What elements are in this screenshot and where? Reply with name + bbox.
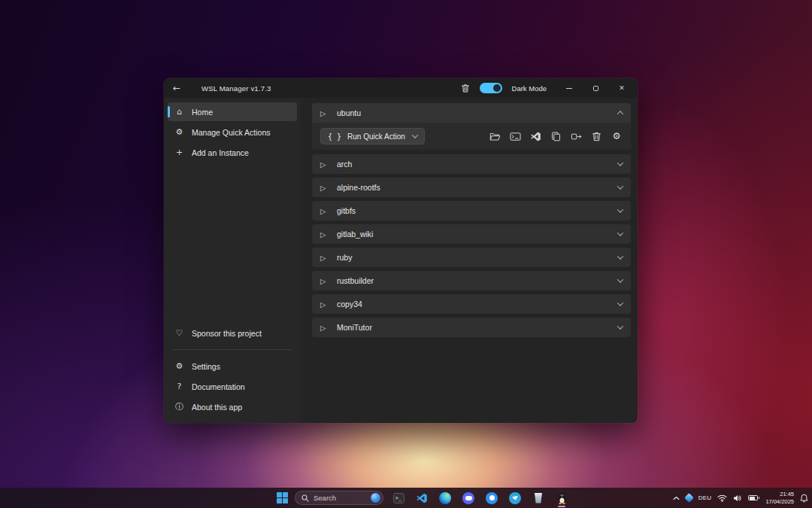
sidebar-item-sponsor[interactable]: ♡ Sponsor this project	[168, 324, 297, 342]
sidebar-item-add-instance[interactable]: + Add an Instance	[168, 143, 297, 162]
sidebar-item-documentation[interactable]: ? Documentation	[168, 377, 297, 396]
instance-row-copy34[interactable]: ▷ copy34	[312, 294, 631, 314]
chevron-up-icon[interactable]	[617, 111, 623, 117]
taskbar: >_ DEU	[0, 488, 812, 508]
tray-chevron-up-icon[interactable]	[673, 496, 680, 500]
play-icon[interactable]: ▷	[320, 300, 330, 309]
instance-name: arch	[337, 160, 618, 169]
sidebar-item-about[interactable]: ⓘ About this app	[168, 397, 297, 416]
minimize-button[interactable]	[561, 81, 577, 95]
instance-name: copy34	[337, 300, 618, 309]
instance-row-ruby[interactable]: ▷ ruby	[312, 248, 631, 267]
info-icon: ⓘ	[174, 401, 184, 412]
dark-mode-toggle[interactable]	[480, 83, 502, 93]
back-icon[interactable]: ←	[173, 83, 191, 93]
instance-row-gitbfs[interactable]: ▷ gitbfs	[312, 201, 631, 221]
sidebar-item-label: Documentation	[192, 382, 245, 391]
sidebar-item-label: Settings	[192, 362, 220, 371]
chevron-down-icon[interactable]	[617, 206, 623, 212]
maximize-button[interactable]	[587, 81, 604, 95]
play-icon[interactable]: ▷	[320, 207, 330, 215]
gear-icon: ⚙	[174, 361, 184, 371]
sidebar-item-manage-quick-actions[interactable]: ⚙ Manage Quick Actions	[168, 123, 297, 141]
close-button[interactable]: ✕	[614, 81, 630, 95]
active-app-indicator	[558, 506, 565, 507]
instance-list: ▷ ubuntu { } Run Quick Action	[301, 98, 638, 423]
chevron-down-icon[interactable]	[617, 183, 623, 189]
instance-row-ubuntu[interactable]: ▷ ubuntu	[312, 103, 631, 123]
battery-icon[interactable]	[748, 495, 759, 500]
terminal-icon[interactable]	[509, 130, 521, 142]
gear-icon: ⚙	[174, 127, 184, 137]
chevron-down-icon[interactable]	[617, 276, 623, 282]
date: 17/04/2025	[765, 498, 794, 506]
taskbar-discord-icon[interactable]	[460, 488, 477, 508]
delete-icon[interactable]	[590, 130, 602, 142]
chevron-down-icon[interactable]	[617, 253, 623, 259]
instance-name: ubuntu	[337, 108, 618, 117]
time: 21:45	[765, 491, 794, 498]
trash-icon[interactable]	[461, 84, 470, 93]
play-icon[interactable]: ▷	[320, 254, 330, 262]
tray-gem-icon[interactable]	[686, 494, 692, 501]
instance-actions-panel: { } Run Quick Action	[312, 123, 631, 150]
question-icon: ?	[174, 382, 184, 391]
chevron-down-icon[interactable]	[617, 323, 623, 329]
minimize-icon	[566, 88, 572, 89]
sidebar-item-settings[interactable]: ⚙ Settings	[168, 357, 297, 376]
settings-icon[interactable]: ⚙	[611, 130, 623, 142]
instance-name: MoniTutor	[337, 323, 618, 332]
chevron-down-icon[interactable]	[617, 300, 623, 306]
instance-row-arch[interactable]: ▷ arch	[312, 154, 631, 174]
notification-bell-icon[interactable]	[800, 494, 808, 503]
sidebar-item-label: Manage Quick Actions	[192, 128, 270, 137]
taskbar-tux-wsl-manager-icon[interactable]	[553, 488, 570, 508]
taskbar-search[interactable]	[295, 491, 383, 505]
sidebar-item-label: Home	[192, 108, 213, 117]
play-icon[interactable]: ▷	[320, 184, 330, 192]
dark-mode-label: Dark Mode	[512, 84, 547, 93]
volume-icon[interactable]	[733, 494, 742, 502]
open-folder-icon[interactable]	[489, 130, 501, 142]
instance-row-monitutor[interactable]: ▷ MoniTutor	[312, 318, 631, 337]
language-indicator[interactable]: DEU	[698, 494, 712, 501]
play-icon[interactable]: ▷	[320, 230, 330, 239]
toggle-knob	[493, 84, 501, 92]
search-input[interactable]	[314, 494, 366, 502]
instance-name: gitlab_wiki	[337, 230, 618, 239]
chevron-down-icon[interactable]	[617, 160, 623, 166]
play-icon[interactable]: ▷	[320, 324, 330, 332]
windows-start-icon[interactable]	[277, 492, 288, 503]
taskbar-recycle-bucket-icon[interactable]	[530, 488, 547, 508]
instance-row-gitlab-wiki[interactable]: ▷ gitlab_wiki	[312, 224, 631, 244]
run-quick-action-button[interactable]: { } Run Quick Action	[320, 128, 425, 144]
export-icon[interactable]	[570, 130, 582, 142]
bing-icon[interactable]	[371, 493, 380, 503]
play-icon[interactable]: ▷	[320, 160, 330, 169]
taskbar-vscode-icon[interactable]	[414, 488, 430, 508]
instance-row-alpine-rootfs[interactable]: ▷ alpine-rootfs	[312, 178, 631, 197]
taskbar-signal-icon[interactable]	[483, 488, 500, 508]
instance-name: ruby	[337, 253, 618, 262]
vscode-icon[interactable]	[529, 130, 541, 142]
clock[interactable]: 21:45 17/04/2025	[765, 491, 794, 506]
sidebar-item-home[interactable]: ⌂ Home	[168, 102, 297, 121]
instance-row-rustbuilder[interactable]: ▷ rustbuilder	[312, 271, 631, 291]
instance-name: rustbuilder	[337, 276, 618, 285]
instance-name: gitbfs	[337, 206, 618, 215]
selected-accent-bar	[168, 106, 170, 117]
heart-icon: ♡	[174, 328, 184, 338]
maximize-icon	[593, 86, 598, 91]
home-icon: ⌂	[174, 107, 184, 117]
taskbar-terminal-icon[interactable]: >_	[390, 488, 407, 508]
play-icon[interactable]: ▷	[320, 109, 330, 117]
chevron-down-icon	[412, 132, 418, 138]
copy-icon[interactable]	[550, 130, 562, 142]
taskbar-telegram-icon[interactable]	[507, 488, 523, 508]
sidebar: ⌂ Home ⚙ Manage Quick Actions + Add an I…	[164, 98, 301, 423]
wifi-icon[interactable]	[717, 494, 727, 502]
chevron-down-icon[interactable]	[617, 230, 623, 236]
taskbar-edge-icon[interactable]	[437, 488, 453, 508]
titlebar: ← WSL Manager v1.7.3 Dark Mode ✕	[164, 78, 638, 98]
play-icon[interactable]: ▷	[320, 277, 330, 285]
